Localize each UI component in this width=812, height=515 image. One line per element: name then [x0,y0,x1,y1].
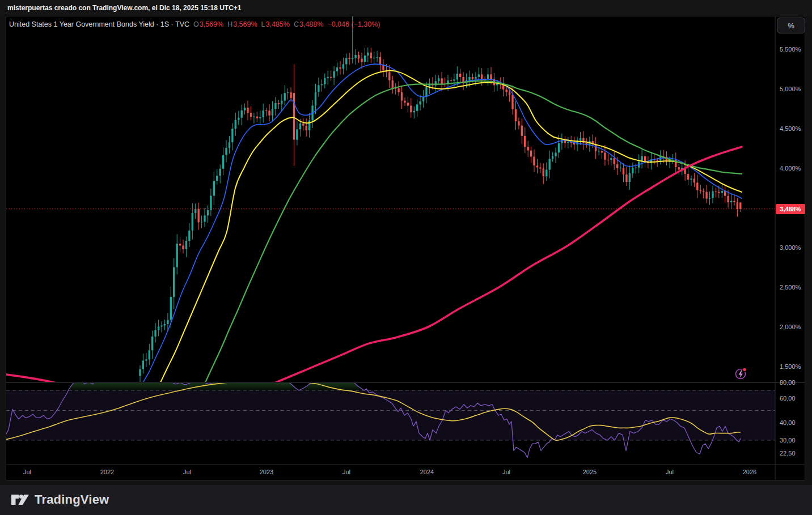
time-tick-label: Jul [494,468,519,476]
ohlc-high: H3,569% [227,20,257,28]
rsi-tick-label: 22,50 [780,449,796,457]
ohlc-low: L3,485% [261,20,290,28]
change-value: −0,046 (−1,30%) [327,20,380,28]
tradingview-logo-text: TradingView [35,492,109,507]
ohlc-open: O3,569% [193,20,223,28]
price-tick-label: 5,000% [780,85,801,93]
rsi-tick-label: 30,00 [780,436,796,444]
time-tick-label: 2022 [95,468,120,476]
ma-long-pink [6,147,742,402]
price-tick-label: 2,000% [780,323,801,331]
chart-canvas[interactable] [0,0,812,515]
current-price-badge: 3,488% [776,204,805,214]
rsi-tick-label: 40,00 [780,419,796,427]
time-tick-label: 2023 [254,468,279,476]
time-tick-label: Jul [657,468,682,476]
time-tick-label: 2026 [737,468,762,476]
percent-scale-button[interactable]: % [777,18,805,33]
symbol-title: United States 1 Year Government Bonds Yi… [9,20,189,28]
tradingview-logo-icon [10,492,29,508]
symbol-legend: United States 1 Year Government Bonds Yi… [9,20,380,29]
footer-bar: TradingView [0,485,812,515]
price-tick-label: 4,000% [780,164,801,172]
price-tick-label: 3,000% [780,244,801,252]
rsi-tick-label: 80,00 [780,378,796,386]
rsi-tick-label: 60,00 [780,394,796,402]
time-tick-label: Jul [334,468,359,476]
price-tick-label: 2,500% [780,283,801,291]
time-tick-label: 2024 [415,468,439,476]
tradingview-logo[interactable]: TradingView [10,492,109,508]
time-tick-label: 2025 [577,468,602,476]
ohlc-close: C3,488% [294,20,323,28]
price-tick-label: 5,500% [780,45,801,53]
time-tick-label: Jul [175,468,200,476]
flash-icon[interactable] [736,368,747,378]
price-tick-label: 1,500% [780,363,801,371]
time-tick-label: Jul [15,468,40,476]
tradingview-snapshot: misterpuertas creado con TradingView.com… [0,0,812,515]
price-tick-label: 4,500% [780,125,801,133]
ma-slow-green [205,81,742,382]
ma-fast-blue [143,64,742,382]
